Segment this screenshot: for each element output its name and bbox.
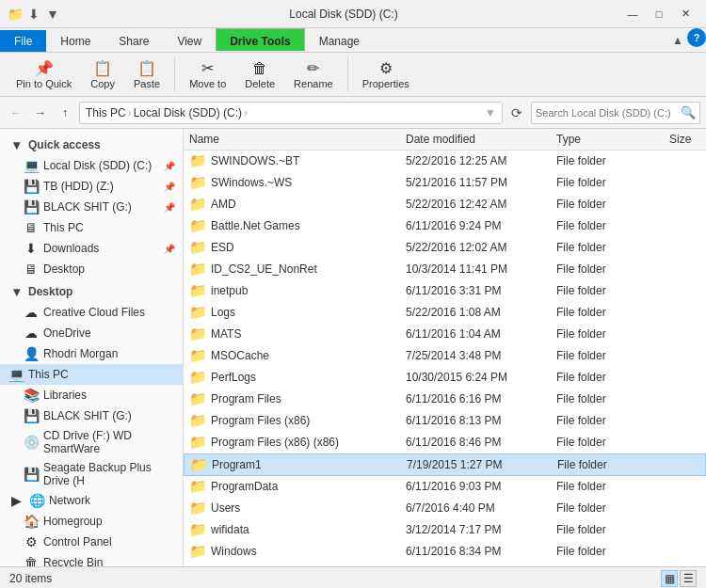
search-icon[interactable]: 🔍 — [681, 105, 696, 119]
forward-button[interactable]: → — [30, 103, 51, 123]
table-row[interactable]: 📁 Program1 7/19/2015 1:27 PM File folder — [184, 453, 706, 476]
sidebar-item-local-disk[interactable]: 💻 Local Disk (SDD) (C:) 📌 — [0, 155, 183, 176]
table-row[interactable]: 📁 Battle.Net Games 6/11/2016 9:24 PM Fil… — [184, 215, 706, 237]
table-row[interactable]: 📁 SWindows.~WS 5/21/2016 11:57 PM File f… — [184, 172, 706, 194]
folder-icon: 📁 — [189, 564, 207, 566]
table-row[interactable]: 📁 wifidata 3/12/2014 7:17 PM File folder — [184, 519, 706, 541]
file-type: File folder — [551, 545, 664, 558]
table-row[interactable]: 📁 Program Files (x86) (x86) 6/11/2016 8:… — [184, 432, 706, 453]
up-button[interactable]: ↑ — [55, 103, 75, 123]
folder-icon: 📁 — [189, 152, 207, 169]
col-header-name[interactable]: Name — [184, 133, 400, 146]
file-type: File folder — [551, 176, 664, 189]
file-date: 6/11/2016 6:16 PM — [400, 392, 551, 405]
sidebar-item-this-pc-nav[interactable]: 💻 This PC — [0, 364, 183, 385]
file-date: 6/11/2016 9:03 PM — [400, 480, 551, 493]
back-button[interactable]: ← — [6, 103, 26, 123]
table-row[interactable]: 📁 ProgramData 6/11/2016 9:03 PM File fol… — [184, 476, 706, 498]
ribbon-expand-icon[interactable]: ▲ — [668, 28, 687, 52]
folder-icon: 📁 — [189, 217, 207, 234]
sidebar-item-desktop-qa[interactable]: 🖥 Desktop — [0, 259, 183, 279]
sidebar-item-black-shit-g[interactable]: 💾 BLACK SHIT (G:) 📌 — [0, 197, 183, 217]
tab-share[interactable]: Share — [104, 30, 163, 52]
file-name-cell: 📁 Battle.Net Games — [184, 217, 400, 234]
ribbon-delete-btn[interactable]: 🗑 Delete — [236, 56, 283, 92]
rename-icon: ✏ — [307, 59, 319, 77]
file-type: File folder — [551, 284, 664, 297]
customize-icon[interactable]: ▼ — [45, 7, 60, 22]
tab-view[interactable]: View — [163, 30, 216, 52]
search-input[interactable] — [536, 107, 681, 119]
minimize-button[interactable]: — — [619, 1, 646, 27]
table-row[interactable]: 📁 MSOCache 7/25/2014 3:48 PM File folder — [184, 345, 706, 367]
large-icons-view-button[interactable]: ▦ — [661, 570, 678, 587]
col-header-date[interactable]: Date modified — [400, 133, 551, 146]
file-date: 6/11/2016 8:34 PM — [400, 545, 551, 558]
sidebar-label-control-panel: Control Panel — [43, 535, 112, 548]
sidebar-item-network[interactable]: ▶ 🌐 Network — [0, 490, 183, 511]
addr-expand-icon[interactable]: ▼ — [485, 106, 496, 119]
sidebar-item-quick-access[interactable]: ▾ Quick access — [0, 135, 183, 155]
sidebar-item-this-pc-qa[interactable]: 🖥 This PC — [0, 217, 183, 238]
file-type: File folder — [551, 306, 664, 319]
sidebar-label-cd-drive: CD Drive (F:) WD SmartWare — [43, 429, 175, 455]
sidebar-item-creative-cloud[interactable]: ☁ Creative Cloud Files — [0, 302, 183, 323]
sidebar-item-downloads[interactable]: ⬇ Downloads 📌 — [0, 238, 183, 259]
table-row[interactable]: 📁 Users 6/7/2016 4:40 PM File folder — [184, 498, 706, 519]
breadcrumb-disk[interactable]: Local Disk (SDD) (C:) — [134, 106, 242, 119]
details-view-button[interactable]: ☰ — [680, 570, 697, 587]
refresh-button[interactable]: ⟳ — [506, 103, 527, 123]
table-row[interactable]: 📁 SWINDOWS.~BT 5/22/2016 12:25 AM File f… — [184, 151, 706, 172]
file-name: Program Files — [211, 392, 281, 405]
file-type: File folder — [551, 241, 664, 254]
tab-manage[interactable]: Manage — [305, 30, 374, 52]
quick-access-icon[interactable]: ⬇ — [26, 7, 41, 22]
ribbon-rename-btn[interactable]: ✏ Rename — [285, 56, 342, 92]
ribbon-divider-1 — [174, 57, 175, 91]
sidebar-item-cd-drive[interactable]: 💿 CD Drive (F:) WD SmartWare — [0, 426, 183, 458]
sidebar-item-homegroup[interactable]: 🏠 Homegroup — [0, 511, 183, 532]
sidebar-item-seagate[interactable]: 💾 Seagate Backup Plus Drive (H — [0, 458, 183, 490]
table-row[interactable]: 📁 Program Files 6/11/2016 6:16 PM File f… — [184, 389, 706, 410]
table-row[interactable]: 📁 PerfLogs 10/30/2015 6:24 PM File folde… — [184, 367, 706, 389]
sidebar-item-rhodri[interactable]: 👤 Rhodri Morgan — [0, 343, 183, 364]
ribbon-pin-btn[interactable]: 📌 Pin to Quick — [8, 56, 80, 92]
col-header-size[interactable]: Size — [664, 133, 706, 146]
file-type: File folder — [551, 349, 664, 362]
tab-file[interactable]: File — [0, 30, 46, 52]
ribbon-properties-btn[interactable]: ⚙ Properties — [354, 56, 418, 92]
table-row[interactable]: 📁 inetpub 6/11/2016 3:31 PM File folder — [184, 280, 706, 302]
table-row[interactable]: 📁 Windows 6/11/2016 8:34 PM File folder — [184, 541, 706, 563]
table-row[interactable]: 📁 AMD 5/22/2016 12:42 AM File folder — [184, 194, 706, 215]
sidebar-item-tb-hdd[interactable]: 💾 TB (HDD) (Z:) 📌 — [0, 176, 183, 197]
file-name: Logs — [211, 306, 235, 319]
table-row[interactable]: 📁 ESD 5/22/2016 12:02 AM File folder — [184, 237, 706, 259]
table-row[interactable]: 📁 ID_CS2_UE_NonRet 10/3/2014 11:41 PM Fi… — [184, 259, 706, 280]
address-path[interactable]: This PC › Local Disk (SDD) (C:) › ▼ — [79, 102, 503, 124]
table-row[interactable]: 📁 Windows.old 5/22/2016 6:38 PM File fol… — [184, 563, 706, 566]
table-row[interactable]: 📁 Logs 5/22/2016 1:08 AM File folder — [184, 302, 706, 324]
ribbon-paste-btn[interactable]: 📋 Paste — [125, 56, 168, 92]
help-button[interactable]: ? — [687, 28, 706, 47]
pin-icon-black-shit: 📌 — [164, 202, 175, 213]
breadcrumb-thispc[interactable]: This PC — [86, 106, 126, 119]
tab-drive-tools[interactable]: Drive Tools — [216, 28, 304, 52]
col-header-type[interactable]: Type — [551, 133, 664, 146]
sidebar-label-black-shit-g: BLACK SHIT (G:) — [43, 200, 132, 214]
sidebar-item-recycle-bin[interactable]: 🗑 Recycle Bin — [0, 552, 183, 566]
sidebar-item-control-panel[interactable]: ⚙ Control Panel — [0, 532, 183, 552]
table-row[interactable]: 📁 MATS 6/11/2016 1:04 AM File folder — [184, 324, 706, 345]
file-type: File folder — [551, 262, 664, 276]
table-row[interactable]: 📁 Program Files (x86) 6/11/2016 8:13 PM … — [184, 410, 706, 432]
ribbon-copy-btn[interactable]: 📋 Copy — [82, 56, 123, 92]
sidebar-item-black-shit-g2[interactable]: 💾 BLACK SHIT (G:) — [0, 405, 183, 426]
maximize-button[interactable]: □ — [646, 1, 672, 27]
ribbon-move-btn[interactable]: ✂ Move to — [181, 56, 234, 92]
sidebar-item-libraries[interactable]: 📚 Libraries — [0, 385, 183, 405]
window-icon: 📁 — [8, 7, 23, 22]
close-button[interactable]: ✕ — [672, 1, 698, 27]
sidebar-item-desktop-section[interactable]: ▾ Desktop — [0, 281, 183, 302]
file-type: File folder — [552, 458, 665, 471]
sidebar-item-onedrive[interactable]: ☁ OneDrive — [0, 323, 183, 343]
tab-home[interactable]: Home — [46, 30, 104, 52]
